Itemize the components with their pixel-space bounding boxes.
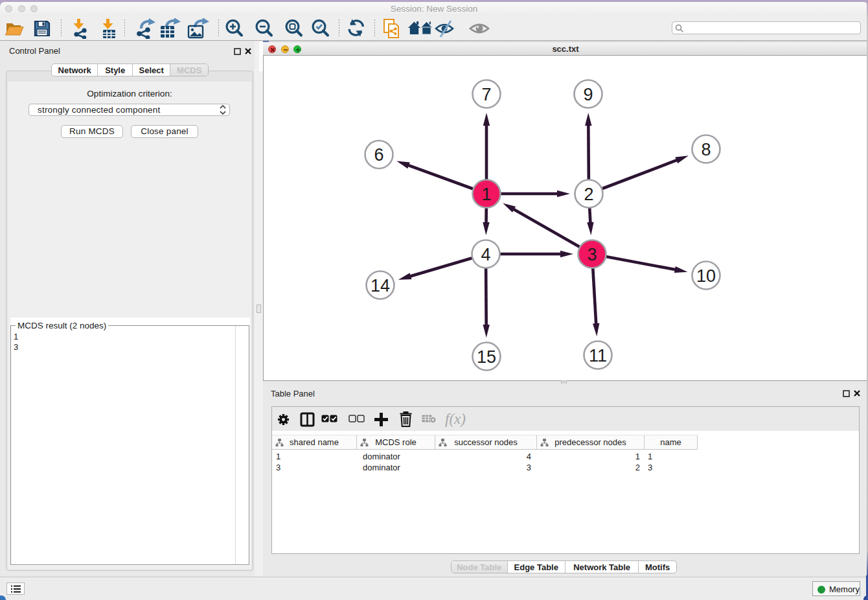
svg-text:4: 4	[481, 245, 490, 264]
svg-text:3: 3	[587, 245, 597, 264]
svg-text:14: 14	[371, 276, 390, 295]
svg-text:8: 8	[701, 140, 711, 159]
svg-text:9: 9	[583, 85, 593, 104]
svg-text:15: 15	[477, 347, 496, 367]
svg-text:1: 1	[481, 185, 491, 204]
svg-text:2: 2	[584, 185, 593, 204]
svg-text:10: 10	[696, 266, 716, 286]
svg-text:11: 11	[589, 346, 607, 365]
svg-text:6: 6	[374, 145, 383, 165]
svg-text:7: 7	[481, 85, 491, 104]
